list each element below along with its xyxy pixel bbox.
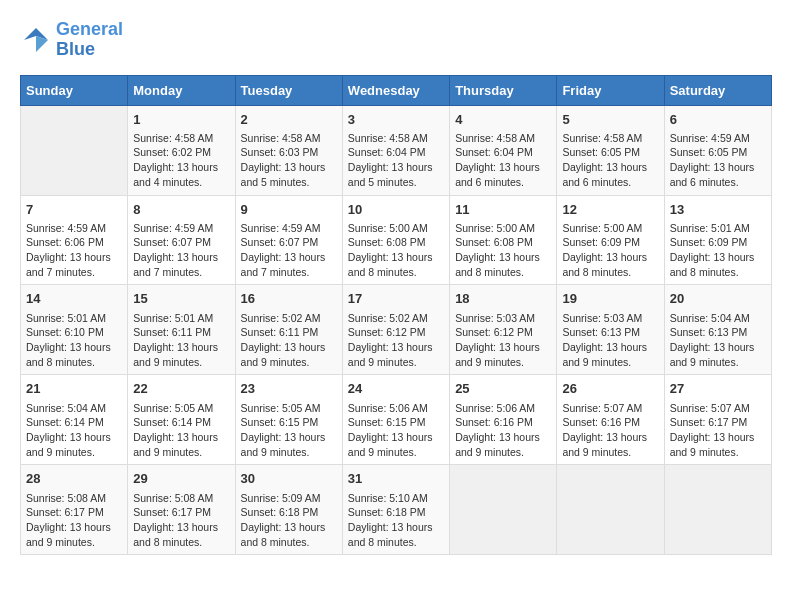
day-number: 19 [562, 290, 658, 308]
logo-icon [20, 24, 52, 56]
calendar-cell: 4Sunrise: 4:58 AM Sunset: 6:04 PM Daylig… [450, 105, 557, 195]
day-info: Sunrise: 5:08 AM Sunset: 6:17 PM Dayligh… [133, 491, 229, 550]
calendar-cell [21, 105, 128, 195]
day-info: Sunrise: 4:59 AM Sunset: 6:07 PM Dayligh… [241, 221, 337, 280]
day-number: 17 [348, 290, 444, 308]
day-number: 7 [26, 201, 122, 219]
calendar-cell: 29Sunrise: 5:08 AM Sunset: 6:17 PM Dayli… [128, 465, 235, 555]
day-number: 25 [455, 380, 551, 398]
week-row-1: 7Sunrise: 4:59 AM Sunset: 6:06 PM Daylig… [21, 195, 772, 285]
header-cell-tuesday: Tuesday [235, 75, 342, 105]
day-info: Sunrise: 4:58 AM Sunset: 6:04 PM Dayligh… [348, 131, 444, 190]
calendar-cell: 16Sunrise: 5:02 AM Sunset: 6:11 PM Dayli… [235, 285, 342, 375]
day-number: 21 [26, 380, 122, 398]
day-info: Sunrise: 5:01 AM Sunset: 6:09 PM Dayligh… [670, 221, 766, 280]
calendar-cell: 18Sunrise: 5:03 AM Sunset: 6:12 PM Dayli… [450, 285, 557, 375]
calendar-cell: 1Sunrise: 4:58 AM Sunset: 6:02 PM Daylig… [128, 105, 235, 195]
day-info: Sunrise: 5:08 AM Sunset: 6:17 PM Dayligh… [26, 491, 122, 550]
day-info: Sunrise: 5:06 AM Sunset: 6:16 PM Dayligh… [455, 401, 551, 460]
day-info: Sunrise: 4:59 AM Sunset: 6:05 PM Dayligh… [670, 131, 766, 190]
calendar-cell: 27Sunrise: 5:07 AM Sunset: 6:17 PM Dayli… [664, 375, 771, 465]
day-number: 9 [241, 201, 337, 219]
day-info: Sunrise: 5:00 AM Sunset: 6:08 PM Dayligh… [455, 221, 551, 280]
calendar-cell: 20Sunrise: 5:04 AM Sunset: 6:13 PM Dayli… [664, 285, 771, 375]
day-number: 22 [133, 380, 229, 398]
day-info: Sunrise: 5:01 AM Sunset: 6:10 PM Dayligh… [26, 311, 122, 370]
logo: General Blue [20, 20, 123, 60]
calendar-cell: 7Sunrise: 4:59 AM Sunset: 6:06 PM Daylig… [21, 195, 128, 285]
header-row: SundayMondayTuesdayWednesdayThursdayFrid… [21, 75, 772, 105]
day-number: 10 [348, 201, 444, 219]
day-number: 23 [241, 380, 337, 398]
day-number: 14 [26, 290, 122, 308]
week-row-4: 28Sunrise: 5:08 AM Sunset: 6:17 PM Dayli… [21, 465, 772, 555]
calendar-cell: 12Sunrise: 5:00 AM Sunset: 6:09 PM Dayli… [557, 195, 664, 285]
day-number: 8 [133, 201, 229, 219]
header-cell-wednesday: Wednesday [342, 75, 449, 105]
day-number: 18 [455, 290, 551, 308]
calendar-cell [450, 465, 557, 555]
day-number: 28 [26, 470, 122, 488]
day-info: Sunrise: 5:09 AM Sunset: 6:18 PM Dayligh… [241, 491, 337, 550]
calendar-cell: 2Sunrise: 4:58 AM Sunset: 6:03 PM Daylig… [235, 105, 342, 195]
day-info: Sunrise: 4:58 AM Sunset: 6:04 PM Dayligh… [455, 131, 551, 190]
day-info: Sunrise: 5:05 AM Sunset: 6:15 PM Dayligh… [241, 401, 337, 460]
day-info: Sunrise: 5:01 AM Sunset: 6:11 PM Dayligh… [133, 311, 229, 370]
week-row-2: 14Sunrise: 5:01 AM Sunset: 6:10 PM Dayli… [21, 285, 772, 375]
calendar-cell: 6Sunrise: 4:59 AM Sunset: 6:05 PM Daylig… [664, 105, 771, 195]
day-info: Sunrise: 4:58 AM Sunset: 6:02 PM Dayligh… [133, 131, 229, 190]
day-info: Sunrise: 5:05 AM Sunset: 6:14 PM Dayligh… [133, 401, 229, 460]
day-number: 15 [133, 290, 229, 308]
day-info: Sunrise: 5:07 AM Sunset: 6:16 PM Dayligh… [562, 401, 658, 460]
day-info: Sunrise: 5:02 AM Sunset: 6:11 PM Dayligh… [241, 311, 337, 370]
header-cell-thursday: Thursday [450, 75, 557, 105]
calendar-cell: 10Sunrise: 5:00 AM Sunset: 6:08 PM Dayli… [342, 195, 449, 285]
calendar-cell: 8Sunrise: 4:59 AM Sunset: 6:07 PM Daylig… [128, 195, 235, 285]
logo-text: General Blue [56, 20, 123, 60]
day-number: 29 [133, 470, 229, 488]
day-info: Sunrise: 5:04 AM Sunset: 6:14 PM Dayligh… [26, 401, 122, 460]
page-header: General Blue [20, 20, 772, 60]
day-number: 6 [670, 111, 766, 129]
day-info: Sunrise: 5:10 AM Sunset: 6:18 PM Dayligh… [348, 491, 444, 550]
day-number: 12 [562, 201, 658, 219]
calendar-cell: 28Sunrise: 5:08 AM Sunset: 6:17 PM Dayli… [21, 465, 128, 555]
day-info: Sunrise: 5:02 AM Sunset: 6:12 PM Dayligh… [348, 311, 444, 370]
calendar-cell: 14Sunrise: 5:01 AM Sunset: 6:10 PM Dayli… [21, 285, 128, 375]
day-info: Sunrise: 5:00 AM Sunset: 6:09 PM Dayligh… [562, 221, 658, 280]
header-cell-sunday: Sunday [21, 75, 128, 105]
day-number: 13 [670, 201, 766, 219]
calendar-cell: 15Sunrise: 5:01 AM Sunset: 6:11 PM Dayli… [128, 285, 235, 375]
calendar-cell: 26Sunrise: 5:07 AM Sunset: 6:16 PM Dayli… [557, 375, 664, 465]
calendar-cell: 13Sunrise: 5:01 AM Sunset: 6:09 PM Dayli… [664, 195, 771, 285]
day-number: 3 [348, 111, 444, 129]
calendar-cell [664, 465, 771, 555]
day-info: Sunrise: 5:03 AM Sunset: 6:13 PM Dayligh… [562, 311, 658, 370]
week-row-0: 1Sunrise: 4:58 AM Sunset: 6:02 PM Daylig… [21, 105, 772, 195]
calendar-cell: 22Sunrise: 5:05 AM Sunset: 6:14 PM Dayli… [128, 375, 235, 465]
day-number: 20 [670, 290, 766, 308]
week-row-3: 21Sunrise: 5:04 AM Sunset: 6:14 PM Dayli… [21, 375, 772, 465]
calendar-cell: 11Sunrise: 5:00 AM Sunset: 6:08 PM Dayli… [450, 195, 557, 285]
calendar-cell: 5Sunrise: 4:58 AM Sunset: 6:05 PM Daylig… [557, 105, 664, 195]
day-info: Sunrise: 5:06 AM Sunset: 6:15 PM Dayligh… [348, 401, 444, 460]
header-cell-friday: Friday [557, 75, 664, 105]
calendar-cell: 30Sunrise: 5:09 AM Sunset: 6:18 PM Dayli… [235, 465, 342, 555]
calendar-cell: 23Sunrise: 5:05 AM Sunset: 6:15 PM Dayli… [235, 375, 342, 465]
day-info: Sunrise: 4:58 AM Sunset: 6:03 PM Dayligh… [241, 131, 337, 190]
day-number: 1 [133, 111, 229, 129]
day-info: Sunrise: 5:04 AM Sunset: 6:13 PM Dayligh… [670, 311, 766, 370]
calendar-cell: 17Sunrise: 5:02 AM Sunset: 6:12 PM Dayli… [342, 285, 449, 375]
day-number: 24 [348, 380, 444, 398]
calendar-cell [557, 465, 664, 555]
day-info: Sunrise: 4:59 AM Sunset: 6:06 PM Dayligh… [26, 221, 122, 280]
calendar-cell: 31Sunrise: 5:10 AM Sunset: 6:18 PM Dayli… [342, 465, 449, 555]
day-info: Sunrise: 5:00 AM Sunset: 6:08 PM Dayligh… [348, 221, 444, 280]
day-number: 16 [241, 290, 337, 308]
day-number: 4 [455, 111, 551, 129]
day-number: 30 [241, 470, 337, 488]
calendar-cell: 3Sunrise: 4:58 AM Sunset: 6:04 PM Daylig… [342, 105, 449, 195]
day-info: Sunrise: 4:58 AM Sunset: 6:05 PM Dayligh… [562, 131, 658, 190]
calendar-cell: 25Sunrise: 5:06 AM Sunset: 6:16 PM Dayli… [450, 375, 557, 465]
calendar-cell: 9Sunrise: 4:59 AM Sunset: 6:07 PM Daylig… [235, 195, 342, 285]
